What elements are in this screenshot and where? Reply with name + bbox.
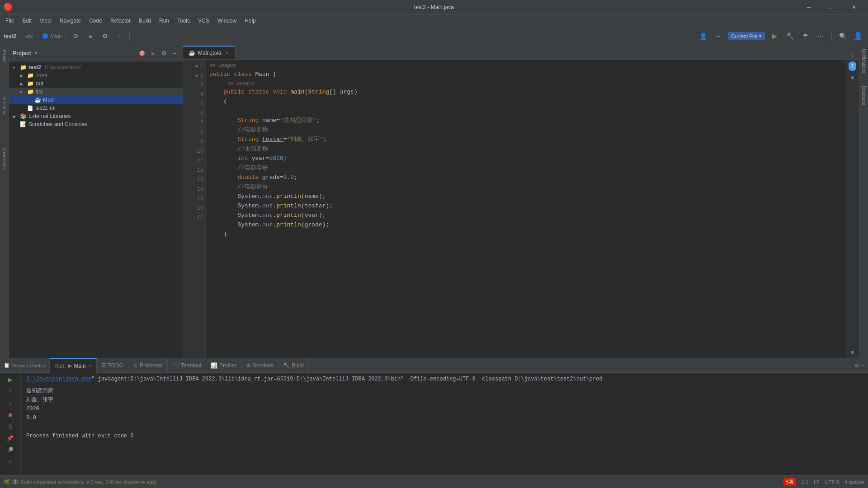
menu-vcs[interactable]: VCS [194, 16, 213, 25]
toolbar-sync-btn[interactable]: ⟳ [70, 30, 82, 42]
menu-window[interactable]: Window [214, 16, 241, 25]
btab-todo[interactable]: ☰ TODO [97, 358, 128, 373]
indent-16 [209, 220, 237, 230]
menu-help[interactable]: Help [241, 16, 259, 25]
close-button[interactable]: ✕ [844, 0, 864, 14]
tree-item-main[interactable]: ☕ Main [9, 96, 183, 104]
toolbar-separator2 [129, 32, 130, 41]
git-branch-badge[interactable]: 1 [12, 479, 19, 484]
tree-item-scratches[interactable]: 📝 Scratches and Consoles [9, 120, 183, 128]
line-ending[interactable]: LF [814, 479, 820, 485]
structure-tool-icon[interactable]: Structure [1, 95, 8, 116]
scroll-down-btn[interactable]: ▼ [851, 348, 854, 358]
maximize-button[interactable]: □ [821, 0, 842, 14]
btab-version-control[interactable]: 📋 Version Control [0, 358, 50, 373]
project-tool-icon[interactable]: Project [1, 49, 8, 65]
run-tab-close[interactable]: ✕ [88, 363, 92, 368]
notifications-label[interactable]: Notifications [860, 47, 867, 75]
project-options-btn[interactable]: ⚙ [159, 49, 168, 58]
run-scroll-up-btn[interactable]: ↑ [5, 386, 15, 396]
encoding[interactable]: UTF-8 [825, 479, 839, 485]
scratches-icon: 📝 [20, 121, 27, 127]
tree-arrow-test2: ▾ [13, 65, 18, 70]
coverage-button[interactable]: ☂ [799, 30, 811, 42]
tree-item-src[interactable]: ▾ 📁 src [9, 88, 183, 96]
build-button[interactable]: 🔨 [783, 30, 796, 42]
run-pin-btn[interactable]: 📌 [5, 433, 15, 443]
toolbar-minimize-btn[interactable]: – [113, 30, 126, 42]
project-dropdown-icon[interactable]: ▾ [35, 51, 37, 56]
indent-5 [209, 116, 237, 125]
tab-close-btn[interactable]: ✕ [224, 50, 230, 56]
run-button[interactable]: ▶ [768, 30, 781, 42]
project-collapse-btn[interactable]: ≡ [148, 49, 157, 58]
fold-17[interactable]: – [193, 213, 195, 223]
menu-tools[interactable]: Tools [174, 16, 193, 25]
toolbar-user-btn[interactable]: 👤 [697, 30, 710, 42]
menu-file[interactable]: File [2, 16, 18, 25]
menu-run[interactable]: Run [156, 16, 173, 25]
code-line-12: //电影评分 [209, 182, 842, 192]
btab-problems[interactable]: ⚠ Problems [128, 358, 168, 373]
database-label[interactable]: Database [860, 84, 867, 107]
run-filter-btn[interactable]: 🔎 [5, 445, 15, 455]
line-num-17: –17 [183, 213, 203, 223]
menu-view[interactable]: View [36, 16, 55, 25]
btab-terminal[interactable]: ⬛ Terminal [168, 358, 206, 373]
method-println-3: println [276, 211, 301, 220]
hint-text-method: no usages [227, 79, 254, 88]
toolbar-back-btn[interactable]: ← [712, 30, 725, 42]
code-line-9: int year=2020; [209, 154, 842, 163]
btab-run[interactable]: Run: ▶ Main ✕ [50, 358, 96, 373]
tree-item-iml[interactable]: 📄 test2.iml [9, 104, 183, 112]
str-movie-name: "送初恋回家" [280, 116, 316, 125]
tree-item-out[interactable]: ▶ 📁 out [9, 80, 183, 88]
tree-item-idea[interactable]: ▶ 📁 .idea [9, 71, 183, 80]
run-arrow-2[interactable]: ▶ [196, 71, 198, 80]
indent[interactable]: 4 spaces [844, 479, 864, 485]
toolbar-gear-btn[interactable]: ⚙ [99, 30, 111, 42]
cmd-java-link[interactable]: D:\Java\bin\java.exe [26, 375, 91, 384]
toolbar-search-btn[interactable]: 🔍 [836, 30, 849, 42]
minimize-button[interactable]: ─ [798, 0, 819, 14]
btab-build[interactable]: 🔨 Build [278, 358, 309, 373]
run-stop-btn[interactable]: ■ [5, 410, 15, 420]
hint-badge[interactable]: 1 [849, 61, 856, 71]
code-content[interactable]: no usages public class Main { no usages … [206, 60, 845, 358]
run-config-selector[interactable]: Current File ▾ [728, 32, 765, 40]
menu-edit[interactable]: Edit [19, 16, 35, 25]
sougou-tray[interactable]: S英 [783, 478, 796, 486]
tree-label-scratches: Scratches and Consoles [28, 121, 87, 127]
scroll-up-btn[interactable]: ▲ [851, 73, 854, 82]
fold-3[interactable]: – [196, 80, 198, 90]
editor-options-btn[interactable]: ⋮ [850, 51, 855, 57]
line-numbers: ▶1 ▶2 –3 4 5 6 7 8 9 10 11 12 13 14 15 1… [183, 60, 206, 358]
tree-item-ext-libs[interactable]: ▶ 📚 External Libraries [9, 112, 183, 120]
run-settings-btn[interactable]: ⚙ [5, 457, 15, 467]
project-minimize-btn[interactable]: – [170, 49, 179, 58]
line-col[interactable]: 1:1 [802, 479, 808, 485]
menu-navigate[interactable]: Navigate [56, 16, 85, 25]
btab-profiler[interactable]: 📊 Profiler [206, 358, 241, 373]
btab-services[interactable]: ⚙ Services [241, 358, 278, 373]
bookmarks-tool-icon[interactable]: Bookmarks [1, 146, 8, 171]
str-actors: "刘鑫、张宇" [287, 135, 324, 144]
more-run-btn[interactable]: ⋯ [814, 30, 827, 42]
menu-refactor[interactable]: Refactor [107, 16, 134, 25]
run-rerun-btn[interactable]: ▶ [5, 375, 15, 385]
toolbar-collapse-btn[interactable]: ≡ [84, 30, 97, 42]
tab-main-java[interactable]: ☕ Main.java ✕ [183, 46, 236, 59]
line-num-3: –3 [183, 80, 203, 90]
toolbar-profile-btn[interactable]: 👤 [852, 30, 864, 42]
run-scroll-down-btn[interactable]: ↓ [5, 398, 15, 408]
bottom-settings-btn[interactable]: ⚙ [854, 362, 859, 369]
project-locate-btn[interactable]: 🎯 [137, 49, 146, 58]
bottom-minimize-btn[interactable]: – [861, 362, 864, 369]
run-arrow-1[interactable]: ▶ [196, 61, 198, 71]
menu-build[interactable]: Build [135, 16, 155, 25]
run-clear-btn[interactable]: 🗑 [5, 422, 15, 432]
project-panel: Project ▾ 🎯 ≡ ⚙ – ▾ 📁 test2 D:\java\test… [9, 45, 183, 358]
tree-item-test2[interactable]: ▾ 📁 test2 D:\java\test\test2 [9, 63, 183, 71]
menu-code[interactable]: Code [85, 16, 106, 25]
indent-11 [209, 173, 237, 182]
